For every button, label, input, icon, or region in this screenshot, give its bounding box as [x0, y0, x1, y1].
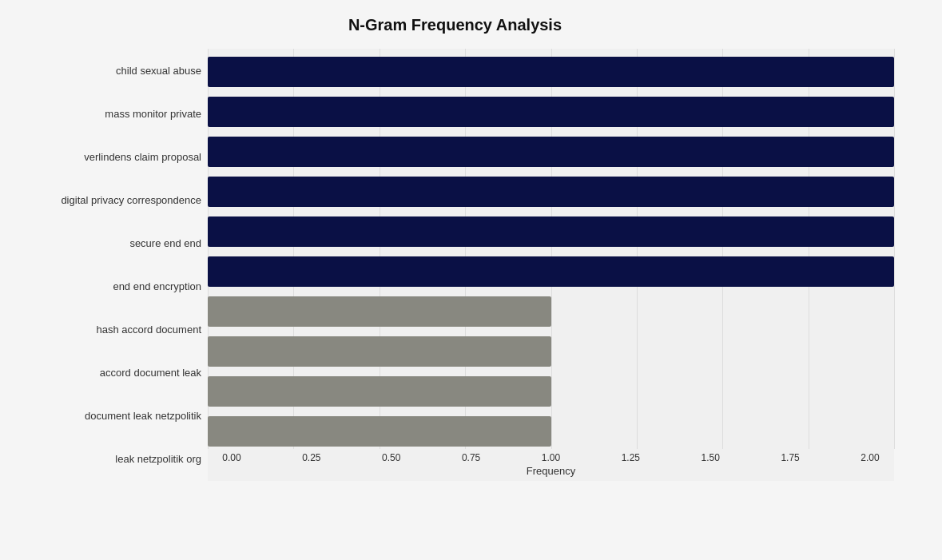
chart-title: N-Gram Frequency Analysis	[16, 16, 894, 34]
bar-row	[208, 172, 894, 212]
bar	[208, 256, 894, 287]
bar-row	[208, 92, 894, 132]
chart-area: child sexual abusemass monitor privateve…	[16, 49, 894, 481]
grid-line	[894, 49, 895, 449]
x-tick-label: 0.25	[288, 452, 336, 463]
bar	[208, 296, 551, 327]
y-label: leak netzpolitik org	[115, 439, 201, 480]
bar	[208, 177, 894, 207]
bar	[208, 216, 894, 247]
x-tick-label: 1.75	[766, 452, 814, 463]
y-label: child sexual abuse	[116, 50, 201, 91]
bar-row	[208, 132, 894, 172]
bar-row	[208, 252, 894, 292]
x-ticks: 0.000.250.500.751.001.251.501.752.00	[208, 449, 894, 463]
y-axis: child sexual abusemass monitor privateve…	[16, 49, 208, 481]
bar	[208, 57, 894, 87]
x-axis: 0.000.250.500.751.001.251.501.752.00Freq…	[208, 449, 894, 481]
x-tick-label: 2.00	[846, 452, 894, 463]
y-label: secure end end	[129, 222, 201, 264]
bar-row	[208, 52, 894, 92]
bar	[208, 137, 894, 167]
bar-row	[208, 371, 894, 411]
bar	[208, 97, 894, 127]
bar-row	[208, 411, 894, 451]
y-label: verlindens claim proposal	[84, 136, 201, 177]
x-tick-label: 1.00	[527, 452, 575, 463]
bar-row	[208, 212, 894, 252]
bar	[208, 416, 551, 447]
bar-row	[208, 292, 894, 332]
bars-area	[208, 49, 894, 449]
bar	[208, 376, 551, 407]
y-label: end end encryption	[113, 266, 201, 308]
x-tick-label: 0.75	[447, 452, 495, 463]
y-label: digital privacy correspondence	[61, 179, 201, 220]
bar-row	[208, 332, 894, 371]
y-label: accord document leak	[100, 352, 201, 394]
x-tick-label: 0.00	[208, 452, 256, 463]
chart-container: N-Gram Frequency Analysis child sexual a…	[0, 0, 942, 560]
y-label: document leak netzpolitik	[85, 395, 201, 437]
bar	[208, 336, 551, 367]
plot-area: 0.000.250.500.751.001.251.501.752.00Freq…	[208, 49, 894, 481]
x-tick-label: 1.25	[606, 452, 654, 463]
x-axis-title: Frequency	[208, 465, 894, 477]
y-label: hash accord document	[96, 309, 201, 351]
x-tick-label: 0.50	[368, 452, 415, 463]
y-label: mass monitor private	[105, 93, 201, 134]
x-tick-label: 1.50	[686, 452, 734, 463]
